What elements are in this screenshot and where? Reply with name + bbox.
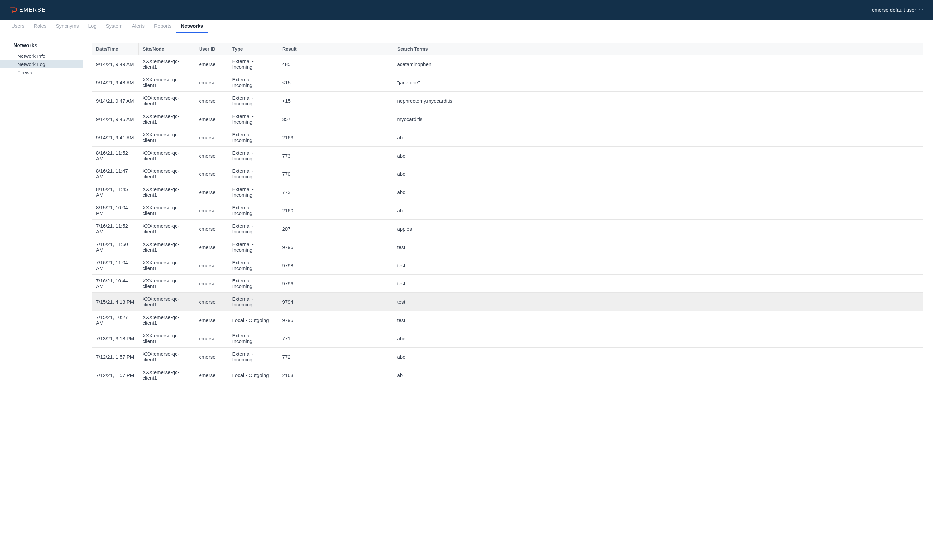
table-row[interactable]: 7/15/21, 4:13 PMXXX:emerse-qc-client1eme… [92,293,923,311]
table-row[interactable]: 7/16/21, 11:04 AMXXX:emerse-qc-client1em… [92,256,923,274]
cell-site: XXX:emerse-qc-client1 [139,183,195,202]
cell-datetime: 7/13/21, 3:18 PM [92,329,139,348]
cell-type: External - Incoming [228,183,278,202]
cell-user: emerse [195,202,228,220]
table-header-row: Date/Time Site/Node User ID Type Result … [92,43,923,55]
cell-user: emerse [195,146,228,165]
cell-datetime: 7/16/21, 11:04 AM [92,256,139,274]
cell-site: XXX:emerse-qc-client1 [139,128,195,146]
table-row[interactable]: 8/16/21, 11:47 AMXXX:emerse-qc-client1em… [92,165,923,183]
cell-user: emerse [195,329,228,348]
cell-user: emerse [195,348,228,366]
table-row[interactable]: 8/15/21, 10:04 PMXXX:emerse-qc-client1em… [92,202,923,220]
cell-user: emerse [195,220,228,238]
cell-terms: abc [393,165,923,183]
table-row[interactable]: 8/16/21, 11:52 AMXXX:emerse-qc-client1em… [92,146,923,165]
cell-user: emerse [195,92,228,110]
sidebar-item-network-log[interactable]: Network Log [0,60,83,68]
table-row[interactable]: 7/16/21, 10:44 AMXXX:emerse-qc-client1em… [92,274,923,293]
cell-user: emerse [195,128,228,146]
main-nav: UsersRolesSynonymsLogSystemAlertsReports… [0,20,933,33]
cell-type: External - Incoming [228,110,278,128]
cell-result: 9798 [278,256,393,274]
col-header-terms[interactable]: Search Terms [393,43,923,55]
cell-terms: ab [393,128,923,146]
network-log-table: Date/Time Site/Node User ID Type Result … [92,43,923,384]
sidebar-item-firewall[interactable]: Firewall [0,68,83,77]
cell-result: <15 [278,92,393,110]
cell-result: 485 [278,55,393,74]
nav-item-networks[interactable]: Networks [176,20,208,33]
col-header-site[interactable]: Site/Node [139,43,195,55]
nav-item-reports[interactable]: Reports [149,20,176,33]
cell-type: Local - Outgoing [228,366,278,384]
cell-user: emerse [195,256,228,274]
table-row[interactable]: 7/16/21, 11:50 AMXXX:emerse-qc-client1em… [92,238,923,256]
cell-type: External - Incoming [228,202,278,220]
table-row[interactable]: 7/12/21, 1:57 PMXXX:emerse-qc-client1eme… [92,366,923,384]
cell-type: External - Incoming [228,274,278,293]
table-row[interactable]: 9/14/21, 9:48 AMXXX:emerse-qc-client1eme… [92,74,923,92]
table-row[interactable]: 9/14/21, 9:41 AMXXX:emerse-qc-client1eme… [92,128,923,146]
cell-result: 9796 [278,274,393,293]
cell-terms: "jane doe" [393,74,923,92]
main-content: Networks Network InfoNetwork LogFirewall… [0,33,933,560]
cell-datetime: 9/14/21, 9:48 AM [92,74,139,92]
cell-site: XXX:emerse-qc-client1 [139,74,195,92]
cell-type: External - Incoming [228,238,278,256]
nav-item-synonyms[interactable]: Synonyms [51,20,84,33]
nav-item-system[interactable]: System [102,20,127,33]
cell-terms: test [393,311,923,329]
user-menu[interactable]: emerse default user • • [872,7,924,12]
table-row[interactable]: 8/16/21, 11:45 AMXXX:emerse-qc-client1em… [92,183,923,202]
cell-result: 2163 [278,128,393,146]
nav-item-roles[interactable]: Roles [29,20,51,33]
cell-type: External - Incoming [228,165,278,183]
cell-terms: apples [393,220,923,238]
sidebar-item-network-info[interactable]: Network Info [0,52,83,60]
cell-result: 773 [278,183,393,202]
brand-logo[interactable]: EMERSE [9,6,46,14]
cell-datetime: 9/14/21, 9:47 AM [92,92,139,110]
cell-type: External - Incoming [228,293,278,311]
cell-result: 2163 [278,366,393,384]
cell-site: XXX:emerse-qc-client1 [139,55,195,74]
table-row[interactable]: 7/12/21, 1:57 PMXXX:emerse-qc-client1eme… [92,348,923,366]
sidebar-heading: Networks [0,43,83,52]
col-header-datetime[interactable]: Date/Time [92,43,139,55]
nav-item-log[interactable]: Log [84,20,102,33]
cell-type: External - Incoming [228,256,278,274]
cell-site: XXX:emerse-qc-client1 [139,110,195,128]
table-row[interactable]: 7/16/21, 11:52 AMXXX:emerse-qc-client1em… [92,220,923,238]
cell-result: 357 [278,110,393,128]
cell-terms: abc [393,183,923,202]
brand-name: EMERSE [19,7,46,13]
cell-site: XXX:emerse-qc-client1 [139,165,195,183]
cell-site: XXX:emerse-qc-client1 [139,348,195,366]
col-header-user[interactable]: User ID [195,43,228,55]
table-row[interactable]: 7/13/21, 3:18 PMXXX:emerse-qc-client1eme… [92,329,923,348]
table-row[interactable]: 9/14/21, 9:49 AMXXX:emerse-qc-client1eme… [92,55,923,74]
cell-user: emerse [195,293,228,311]
col-header-result[interactable]: Result [278,43,393,55]
cell-terms: myocarditis [393,110,923,128]
cell-user: emerse [195,238,228,256]
nav-item-users[interactable]: Users [7,20,29,33]
cell-site: XXX:emerse-qc-client1 [139,293,195,311]
table-row[interactable]: 9/14/21, 9:47 AMXXX:emerse-qc-client1eme… [92,92,923,110]
username-label: emerse default user [872,7,916,12]
cell-user: emerse [195,165,228,183]
cell-datetime: 8/16/21, 11:45 AM [92,183,139,202]
cell-type: External - Incoming [228,220,278,238]
cell-datetime: 7/16/21, 10:44 AM [92,274,139,293]
nav-item-alerts[interactable]: Alerts [127,20,149,33]
cell-terms: test [393,274,923,293]
cell-terms: ab [393,366,923,384]
cell-user: emerse [195,110,228,128]
cell-datetime: 8/16/21, 11:52 AM [92,146,139,165]
col-header-type[interactable]: Type [228,43,278,55]
table-row[interactable]: 9/14/21, 9:45 AMXXX:emerse-qc-client1eme… [92,110,923,128]
cell-site: XXX:emerse-qc-client1 [139,329,195,348]
table-row[interactable]: 7/15/21, 10:27 AMXXX:emerse-qc-client1em… [92,311,923,329]
emerse-logo-icon [9,6,17,14]
